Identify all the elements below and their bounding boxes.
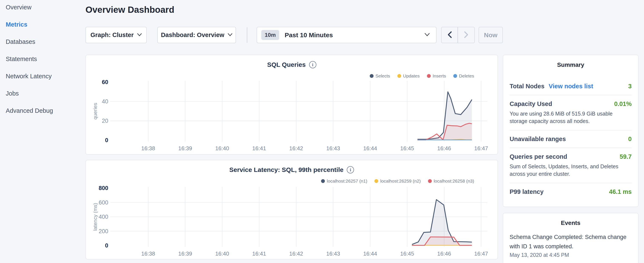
x-tick-label: 16:45 [400, 145, 414, 151]
x-tick-label: 16:47 [474, 250, 488, 257]
x-tick-label: 16:41 [252, 145, 266, 151]
y-tick-label: 0 [105, 137, 108, 143]
sidebar-item-advanced-debug[interactable]: Advanced Debug [6, 107, 53, 114]
y-tick-label: 800 [99, 185, 108, 191]
sidebar-item-statements[interactable]: Statements [6, 55, 53, 63]
page-title: Overview Dashboard [86, 5, 174, 15]
chevron-down-icon [228, 33, 232, 37]
summary-row-value: 59.7 [620, 153, 632, 160]
summary-title: Summary [503, 62, 638, 68]
sidebar-item-jobs[interactable]: Jobs [6, 90, 53, 97]
summary-row-value: 0.01% [614, 100, 632, 107]
y-tick-label: 0 [105, 242, 108, 249]
summary-panel: Summary Total NodesView nodes list3Capac… [503, 55, 638, 207]
x-tick-label: 16:41 [252, 250, 266, 257]
events-panel: Events Schema Change Completed: Schema c… [503, 213, 638, 263]
sidebar-item-databases[interactable]: Databases [6, 38, 53, 46]
sql-queries-plot: 020406016:3816:3916:4016:4116:4216:4316:… [86, 55, 498, 154]
x-tick-label: 16:45 [400, 250, 414, 257]
chevron-down-icon [137, 33, 142, 37]
x-tick-label: 16:39 [178, 250, 192, 257]
x-tick-label: 16:38 [141, 250, 155, 257]
metrics-page: OverviewMetricsDatabasesStatementsNetwor… [0, 0, 644, 263]
summary-row: Capacity Used0.01%You are using 28.6 MiB… [510, 95, 632, 130]
events-title: Events [503, 220, 638, 226]
y-tick-label: 20 [102, 118, 108, 124]
x-tick-label: 16:46 [437, 145, 451, 151]
events-list: Schema Change Completed: Schema change w… [510, 232, 632, 258]
sidebar-item-network-latency[interactable]: Network Latency [6, 72, 53, 80]
y-tick-label: 400 [99, 214, 108, 220]
x-tick-label: 16:47 [474, 145, 488, 151]
sidebar-nav: OverviewMetricsDatabasesStatementsNetwor… [6, 4, 53, 114]
summary-rows: Total NodesView nodes list3Capacity Used… [510, 78, 632, 200]
time-prev-button[interactable] [442, 27, 458, 43]
x-tick-label: 16:44 [363, 145, 377, 151]
summary-row-label: Total Nodes [510, 83, 544, 90]
chevron-left-icon [447, 31, 452, 39]
summary-row-head: Unavailable ranges0 [510, 136, 632, 143]
chevron-right-icon [464, 31, 468, 39]
x-tick-label: 16:44 [363, 250, 377, 257]
time-window-label: Past 10 Minutes [285, 32, 419, 39]
summary-row-label: Unavailable ranges [510, 136, 566, 143]
x-tick-label: 16:40 [215, 250, 229, 257]
summary-row-head: Queries per second59.7 [510, 153, 632, 160]
x-tick-label: 16:42 [289, 250, 303, 257]
service-latency-chart-panel: Service Latency: SQL, 99th percentile i … [86, 160, 498, 259]
summary-row-description: Sum of Selects, Updates, Inserts, and De… [510, 163, 632, 178]
y-axis-label: queries [92, 103, 98, 120]
summary-row: Total NodesView nodes list3 [510, 78, 632, 95]
event-item[interactable]: Schema Change Completed: Schema change w… [510, 232, 632, 258]
sidebar-item-overview[interactable]: Overview [6, 4, 53, 11]
x-tick-label: 16:43 [326, 250, 340, 257]
y-tick-label: 40 [102, 98, 108, 105]
x-tick-label: 16:43 [326, 145, 340, 151]
time-pager [441, 27, 475, 43]
time-window-badge: 10m [261, 30, 279, 40]
service-latency-plot: 020040060080016:3816:3916:4016:4116:4216… [86, 160, 498, 259]
now-button[interactable]: Now [478, 27, 503, 43]
sql-queries-chart-panel: SQL Queries i SelectsUpdatesInsertsDelet… [86, 55, 498, 155]
x-tick-label: 16:42 [289, 145, 303, 151]
y-axis-label: latency (ms) [92, 203, 98, 231]
toolbar-divider [247, 27, 247, 43]
time-next-button[interactable] [458, 27, 474, 43]
event-timestamp: May 13, 2020 at 4:45 PM [510, 252, 632, 258]
summary-row-value: 0 [628, 136, 632, 143]
summary-row-head: P99 latency46.1 ms [510, 188, 632, 195]
time-window-selector[interactable]: 10m Past 10 Minutes [256, 27, 436, 43]
y-tick-label: 600 [99, 199, 108, 206]
summary-row: P99 latency46.1 ms [510, 183, 632, 200]
summary-row: Queries per second59.7Sum of Selects, Up… [510, 148, 632, 183]
x-tick-label: 16:40 [215, 145, 229, 151]
y-tick-label: 200 [99, 228, 108, 234]
chevron-down-icon [424, 33, 430, 37]
view-nodes-list-link[interactable]: View nodes list [549, 83, 593, 90]
dashboard-dropdown-label: Dashboard: Overview [161, 32, 224, 39]
dashboard-dropdown[interactable]: Dashboard: Overview [157, 27, 236, 43]
event-message: Schema Change Completed: Schema change w… [510, 232, 632, 251]
summary-row-description: You are using 28.6 MiB of 515.9 GiB usab… [510, 110, 632, 125]
summary-row-value: 3 [628, 83, 632, 90]
graph-dropdown[interactable]: Graph: Cluster [86, 27, 147, 43]
sidebar-item-metrics[interactable]: Metrics [6, 21, 53, 28]
summary-row-label: Queries per second [510, 153, 567, 160]
summary-row-label: Capacity Used [510, 100, 552, 107]
summary-row-head: Capacity Used0.01% [510, 100, 632, 107]
x-tick-label: 16:46 [437, 250, 451, 257]
summary-row-label: P99 latency [510, 188, 544, 195]
y-tick-label: 60 [102, 79, 108, 85]
graph-dropdown-label: Graph: Cluster [90, 32, 134, 39]
x-tick-label: 16:38 [141, 145, 155, 151]
summary-row-head: Total NodesView nodes list3 [510, 83, 632, 90]
summary-row: Unavailable ranges0 [510, 130, 632, 148]
summary-row-value: 46.1 ms [609, 188, 632, 195]
x-tick-label: 16:39 [178, 145, 192, 151]
